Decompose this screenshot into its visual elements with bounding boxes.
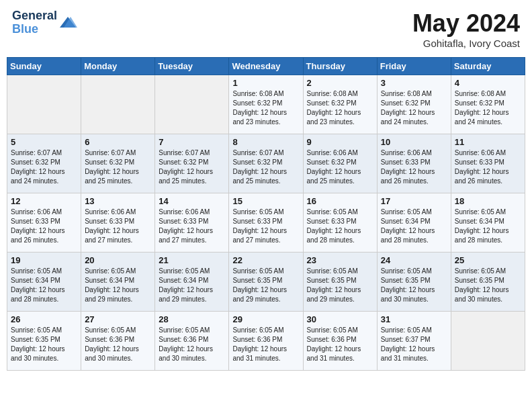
- day-number: 5: [11, 137, 77, 147]
- day-number: 13: [85, 196, 151, 206]
- day-number: 27: [85, 314, 151, 324]
- calendar-cell: 7Sunrise: 6:07 AM Sunset: 6:32 PM Daylig…: [155, 134, 229, 193]
- weekday-header-saturday: Saturday: [451, 58, 525, 75]
- calendar-cell: 3Sunrise: 6:08 AM Sunset: 6:32 PM Daylig…: [377, 75, 451, 134]
- calendar-cell: 28Sunrise: 6:05 AM Sunset: 6:36 PM Dayli…: [155, 312, 229, 371]
- calendar-cell: 31Sunrise: 6:05 AM Sunset: 6:37 PM Dayli…: [377, 312, 451, 371]
- day-number: 26: [11, 314, 77, 324]
- calendar-cell: 10Sunrise: 6:06 AM Sunset: 6:33 PM Dayli…: [377, 134, 451, 193]
- day-info: Sunrise: 6:05 AM Sunset: 6:35 PM Dayligh…: [232, 267, 299, 304]
- day-info: Sunrise: 6:06 AM Sunset: 6:33 PM Dayligh…: [159, 208, 225, 245]
- day-number: 10: [381, 137, 447, 147]
- day-info: Sunrise: 6:06 AM Sunset: 6:33 PM Dayligh…: [381, 148, 447, 186]
- day-info: Sunrise: 6:06 AM Sunset: 6:33 PM Dayligh…: [11, 208, 77, 245]
- day-number: 19: [11, 255, 77, 265]
- day-info: Sunrise: 6:07 AM Sunset: 6:32 PM Dayligh…: [232, 148, 299, 186]
- day-info: Sunrise: 6:05 AM Sunset: 6:34 PM Dayligh…: [159, 267, 225, 304]
- day-number: 11: [455, 137, 521, 147]
- weekday-header-monday: Monday: [81, 58, 155, 75]
- week-row-5: 26Sunrise: 6:05 AM Sunset: 6:35 PM Dayli…: [7, 312, 525, 371]
- calendar-cell: 26Sunrise: 6:05 AM Sunset: 6:35 PM Dayli…: [7, 312, 81, 371]
- calendar-cell: 18Sunrise: 6:05 AM Sunset: 6:34 PM Dayli…: [451, 193, 525, 253]
- day-info: Sunrise: 6:07 AM Sunset: 6:32 PM Dayligh…: [159, 148, 225, 186]
- calendar-cell: [155, 75, 229, 134]
- calendar-cell: 1Sunrise: 6:08 AM Sunset: 6:32 PM Daylig…: [229, 75, 303, 134]
- day-number: 23: [307, 255, 373, 265]
- day-info: Sunrise: 6:05 AM Sunset: 6:34 PM Dayligh…: [11, 267, 77, 304]
- day-info: Sunrise: 6:05 AM Sunset: 6:34 PM Dayligh…: [455, 208, 521, 245]
- logo-icon: [58, 15, 77, 30]
- day-number: 24: [381, 255, 447, 265]
- calendar-cell: 17Sunrise: 6:05 AM Sunset: 6:34 PM Dayli…: [377, 193, 451, 253]
- day-number: 22: [232, 255, 299, 265]
- calendar-cell: 27Sunrise: 6:05 AM Sunset: 6:36 PM Dayli…: [81, 312, 155, 371]
- day-info: Sunrise: 6:05 AM Sunset: 6:35 PM Dayligh…: [455, 267, 521, 304]
- calendar-cell: 23Sunrise: 6:05 AM Sunset: 6:35 PM Dayli…: [303, 253, 377, 312]
- day-info: Sunrise: 6:08 AM Sunset: 6:32 PM Dayligh…: [381, 89, 447, 127]
- day-number: 25: [455, 255, 521, 265]
- day-number: 7: [159, 137, 225, 147]
- day-info: Sunrise: 6:06 AM Sunset: 6:33 PM Dayligh…: [455, 148, 521, 186]
- calendar-cell: 29Sunrise: 6:05 AM Sunset: 6:36 PM Dayli…: [229, 312, 303, 371]
- weekday-header-sunday: Sunday: [7, 58, 81, 75]
- calendar-cell: 11Sunrise: 6:06 AM Sunset: 6:33 PM Dayli…: [451, 134, 525, 193]
- day-info: Sunrise: 6:08 AM Sunset: 6:32 PM Dayligh…: [307, 89, 373, 127]
- day-number: 9: [307, 137, 373, 147]
- calendar-cell: 6Sunrise: 6:07 AM Sunset: 6:32 PM Daylig…: [81, 134, 155, 193]
- calendar-cell: 9Sunrise: 6:06 AM Sunset: 6:32 PM Daylig…: [303, 134, 377, 193]
- weekday-header-wednesday: Wednesday: [229, 58, 303, 75]
- day-number: 15: [232, 196, 299, 206]
- day-info: Sunrise: 6:05 AM Sunset: 6:34 PM Dayligh…: [381, 208, 447, 245]
- calendar-cell: 16Sunrise: 6:05 AM Sunset: 6:33 PM Dayli…: [303, 193, 377, 253]
- day-number: 3: [381, 78, 447, 88]
- day-number: 18: [455, 196, 521, 206]
- calendar-table: SundayMondayTuesdayWednesdayThursdayFrid…: [7, 57, 525, 371]
- day-info: Sunrise: 6:08 AM Sunset: 6:32 PM Dayligh…: [455, 89, 521, 127]
- calendar-cell: 21Sunrise: 6:05 AM Sunset: 6:34 PM Dayli…: [155, 253, 229, 312]
- day-info: Sunrise: 6:05 AM Sunset: 6:33 PM Dayligh…: [307, 208, 373, 245]
- calendar-cell: 5Sunrise: 6:07 AM Sunset: 6:32 PM Daylig…: [7, 134, 81, 193]
- day-number: 28: [159, 314, 225, 324]
- day-info: Sunrise: 6:07 AM Sunset: 6:32 PM Dayligh…: [85, 148, 151, 186]
- day-info: Sunrise: 6:05 AM Sunset: 6:35 PM Dayligh…: [381, 267, 447, 304]
- day-number: 21: [159, 255, 225, 265]
- day-number: 29: [232, 314, 299, 324]
- day-info: Sunrise: 6:05 AM Sunset: 6:35 PM Dayligh…: [307, 267, 373, 304]
- calendar-cell: 24Sunrise: 6:05 AM Sunset: 6:35 PM Dayli…: [377, 253, 451, 312]
- day-info: Sunrise: 6:05 AM Sunset: 6:34 PM Dayligh…: [85, 267, 151, 304]
- day-number: 16: [307, 196, 373, 206]
- calendar-cell: 20Sunrise: 6:05 AM Sunset: 6:34 PM Dayli…: [81, 253, 155, 312]
- day-number: 4: [455, 78, 521, 88]
- day-info: Sunrise: 6:05 AM Sunset: 6:36 PM Dayligh…: [232, 326, 299, 363]
- day-info: Sunrise: 6:06 AM Sunset: 6:32 PM Dayligh…: [307, 148, 373, 186]
- week-row-3: 12Sunrise: 6:06 AM Sunset: 6:33 PM Dayli…: [7, 193, 525, 253]
- calendar-cell: 25Sunrise: 6:05 AM Sunset: 6:35 PM Dayli…: [451, 253, 525, 312]
- location: Gohitafla, Ivory Coast: [412, 38, 520, 49]
- weekday-header-friday: Friday: [377, 58, 451, 75]
- day-number: 1: [232, 78, 299, 88]
- calendar-cell: 2Sunrise: 6:08 AM Sunset: 6:32 PM Daylig…: [303, 75, 377, 134]
- calendar-cell: 19Sunrise: 6:05 AM Sunset: 6:34 PM Dayli…: [7, 253, 81, 312]
- day-number: 14: [159, 196, 225, 206]
- day-info: Sunrise: 6:05 AM Sunset: 6:36 PM Dayligh…: [85, 326, 151, 363]
- week-row-4: 19Sunrise: 6:05 AM Sunset: 6:34 PM Dayli…: [7, 253, 525, 312]
- calendar-cell: 13Sunrise: 6:06 AM Sunset: 6:33 PM Dayli…: [81, 193, 155, 253]
- day-info: Sunrise: 6:05 AM Sunset: 6:36 PM Dayligh…: [159, 326, 225, 363]
- day-info: Sunrise: 6:06 AM Sunset: 6:33 PM Dayligh…: [85, 208, 151, 245]
- calendar-cell: 15Sunrise: 6:05 AM Sunset: 6:33 PM Dayli…: [229, 193, 303, 253]
- day-number: 20: [85, 255, 151, 265]
- day-number: 2: [307, 78, 373, 88]
- weekday-row: SundayMondayTuesdayWednesdayThursdayFrid…: [7, 58, 525, 75]
- day-number: 12: [11, 196, 77, 206]
- month-title: May 2024: [412, 9, 520, 38]
- calendar-cell: 8Sunrise: 6:07 AM Sunset: 6:32 PM Daylig…: [229, 134, 303, 193]
- day-info: Sunrise: 6:05 AM Sunset: 6:36 PM Dayligh…: [307, 326, 373, 363]
- day-info: Sunrise: 6:07 AM Sunset: 6:32 PM Dayligh…: [11, 148, 77, 186]
- calendar-cell: [7, 75, 81, 134]
- logo: GeneralBlue: [12, 9, 77, 36]
- day-number: 17: [381, 196, 447, 206]
- weekday-header-tuesday: Tuesday: [155, 58, 229, 75]
- page-header: GeneralBlue May 2024 Gohitafla, Ivory Co…: [7, 7, 525, 52]
- day-info: Sunrise: 6:05 AM Sunset: 6:33 PM Dayligh…: [232, 208, 299, 245]
- calendar-body: 1Sunrise: 6:08 AM Sunset: 6:32 PM Daylig…: [7, 75, 525, 371]
